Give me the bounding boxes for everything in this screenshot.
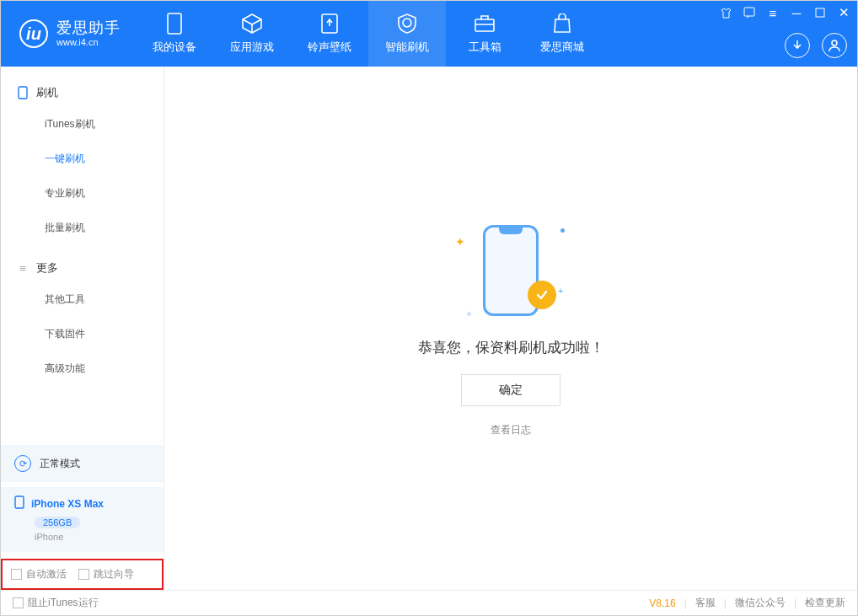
- tab-label: 爱思商城: [540, 40, 584, 55]
- music-icon: [319, 13, 341, 35]
- svg-rect-2: [475, 19, 494, 31]
- bag-icon: [551, 13, 573, 35]
- success-illustration: ✦ +: [460, 220, 561, 321]
- separator: |: [724, 597, 727, 609]
- list-icon: ≡: [16, 261, 29, 275]
- checkbox-label: 阻止iTunes运行: [28, 596, 99, 610]
- svg-rect-6: [19, 87, 27, 99]
- menu-icon[interactable]: ≡: [766, 6, 780, 19]
- svg-point-5: [832, 40, 837, 46]
- checkbox-block-itunes[interactable]: 阻止iTunes运行: [13, 596, 99, 610]
- minimize-icon[interactable]: ─: [790, 6, 803, 19]
- logo-icon: iu: [19, 19, 48, 48]
- wechat-link[interactable]: 微信公众号: [735, 596, 786, 610]
- maximize-icon[interactable]: [813, 6, 827, 19]
- checkbox-icon: [13, 597, 24, 608]
- toolbox-icon: [474, 13, 496, 35]
- device-icon: [164, 13, 185, 35]
- tab-label: 铃声壁纸: [308, 40, 351, 55]
- tab-device[interactable]: 我的设备: [136, 1, 213, 67]
- checkbox-label: 自动激活: [26, 567, 67, 581]
- sidebar-item-advanced[interactable]: 高级功能: [1, 351, 164, 386]
- section-label: 更多: [36, 260, 58, 276]
- svg-rect-0: [168, 13, 181, 34]
- device-capacity: 256GB: [35, 517, 80, 528]
- sidebar: 刷机 iTunes刷机 一键刷机 专业刷机 批量刷机 ≡ 更多 其他工具 下载固…: [1, 67, 164, 590]
- section-label: 刷机: [36, 85, 58, 100]
- svg-rect-4: [816, 8, 824, 17]
- header-actions: [785, 33, 847, 58]
- tab-label: 应用游戏: [230, 40, 274, 55]
- support-link[interactable]: 客服: [695, 596, 716, 610]
- tab-label: 智能刷机: [385, 40, 429, 55]
- separator: |: [794, 597, 796, 609]
- checkbox-auto-activate[interactable]: 自动激活: [11, 567, 67, 581]
- view-log-link[interactable]: 查看日志: [491, 423, 531, 437]
- dot-icon: [467, 312, 471, 316]
- update-link[interactable]: 检查更新: [805, 596, 845, 610]
- feedback-icon[interactable]: [743, 6, 756, 19]
- sidebar-item-batch[interactable]: 批量刷机: [1, 211, 164, 245]
- separator: |: [684, 597, 687, 609]
- sidebar-section-more: ≡ 更多: [1, 254, 164, 282]
- confirm-button[interactable]: 确定: [461, 374, 560, 406]
- tab-label: 我的设备: [153, 40, 196, 55]
- user-button[interactable]: [822, 33, 847, 58]
- sparkle-icon: +: [558, 287, 563, 296]
- close-icon[interactable]: ✕: [837, 6, 850, 19]
- logo[interactable]: iu 爱思助手 www.i4.cn: [1, 19, 136, 48]
- mode-label: 正常模式: [40, 457, 80, 471]
- main-content: ✦ + 恭喜您，保资料刷机成功啦！ 确定 查看日志: [164, 67, 857, 590]
- success-message: 恭喜您，保资料刷机成功啦！: [418, 338, 604, 357]
- mode-indicator[interactable]: ⟳ 正常模式: [1, 445, 164, 482]
- tab-toolbox[interactable]: 工具箱: [446, 1, 523, 67]
- tab-ringtone[interactable]: 铃声壁纸: [291, 1, 368, 67]
- logo-text: 爱思助手 www.i4.cn: [56, 20, 121, 47]
- device-type: iPhone: [35, 532, 150, 542]
- tab-store[interactable]: 爱思商城: [523, 1, 601, 67]
- app-name-cn: 爱思助手: [56, 20, 121, 37]
- device-name: iPhone XS Max: [31, 498, 104, 510]
- sparkle-icon: ✦: [455, 235, 465, 249]
- window-controls: ≡ ─ ✕: [719, 6, 850, 19]
- shield-icon: [396, 13, 418, 35]
- sidebar-item-firmware[interactable]: 下载固件: [1, 317, 164, 351]
- tab-flash[interactable]: 智能刷机: [368, 1, 446, 67]
- cube-icon: [241, 13, 263, 35]
- nav-tabs: 我的设备 应用游戏 铃声壁纸 智能刷机 工具箱 爱思商城: [136, 1, 601, 67]
- sidebar-section-flash: 刷机: [1, 78, 164, 107]
- check-badge-icon: [528, 281, 556, 309]
- tab-apps[interactable]: 应用游戏: [213, 1, 291, 67]
- version-label: V8.16: [649, 597, 675, 609]
- shirt-icon[interactable]: [719, 6, 732, 19]
- device-icon: [14, 495, 24, 512]
- download-button[interactable]: [785, 33, 810, 58]
- checkbox-skip-guide[interactable]: 跳过向导: [78, 567, 134, 581]
- header: iu 爱思助手 www.i4.cn 我的设备 应用游戏 铃声壁纸 智能刷机 工具…: [1, 1, 857, 67]
- svg-rect-7: [15, 496, 24, 508]
- device-panel[interactable]: iPhone XS Max 256GB iPhone: [1, 487, 164, 552]
- dot-icon: [560, 228, 565, 233]
- mode-icon: ⟳: [14, 455, 31, 472]
- app-name-en: www.i4.cn: [56, 37, 121, 47]
- footer: 阻止iTunes运行 V8.16 | 客服 | 微信公众号 | 检查更新: [1, 590, 857, 615]
- phone-icon: [16, 86, 29, 99]
- checkbox-icon: [78, 569, 89, 580]
- flash-options: 自动激活 跳过向导: [1, 559, 164, 590]
- svg-rect-3: [744, 8, 754, 16]
- tab-label: 工具箱: [469, 40, 501, 55]
- sidebar-item-other[interactable]: 其他工具: [1, 282, 164, 317]
- sidebar-item-pro[interactable]: 专业刷机: [1, 176, 164, 211]
- sidebar-item-oneclick[interactable]: 一键刷机: [1, 142, 164, 176]
- checkbox-label: 跳过向导: [94, 567, 134, 581]
- sidebar-item-itunes[interactable]: iTunes刷机: [1, 107, 164, 142]
- checkbox-icon: [11, 569, 22, 580]
